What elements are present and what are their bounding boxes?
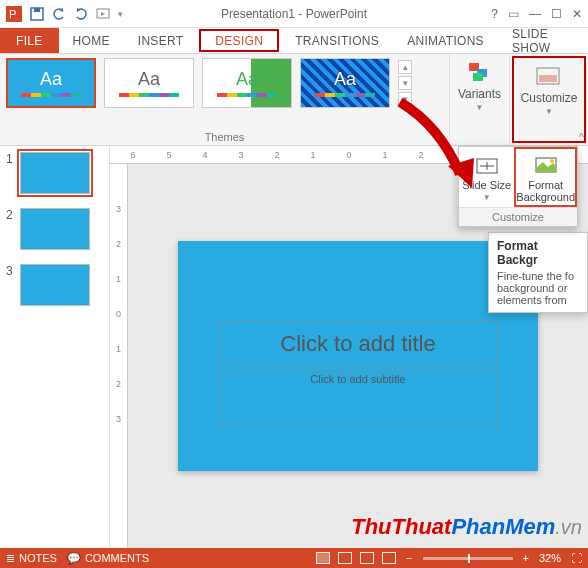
chevron-down-icon: ▼: [545, 107, 553, 116]
slide-number: 3: [6, 264, 16, 278]
tooltip-title: Format Backgr: [497, 239, 579, 267]
customize-icon: [535, 64, 563, 88]
svg-text:P: P: [9, 8, 16, 20]
theme-thumb-4[interactable]: Aa: [300, 58, 390, 108]
tab-slideshow[interactable]: SLIDE SHOW: [498, 28, 588, 53]
svg-rect-3: [34, 8, 40, 12]
tab-design[interactable]: DESIGN: [199, 29, 279, 52]
ribbon: Aa Aa Aa Aa ▴▾▾ Themes Variants ▼ Custom…: [0, 54, 588, 146]
slide-size-label: Slide Size: [462, 179, 511, 191]
save-icon[interactable]: [30, 7, 44, 21]
view-buttons: [316, 552, 396, 564]
reading-view-icon[interactable]: [360, 552, 374, 564]
variants-group[interactable]: Variants ▼: [450, 54, 510, 145]
variants-label: Variants: [458, 88, 501, 101]
close-icon[interactable]: ✕: [572, 7, 582, 21]
slide-thumb-row[interactable]: 1: [6, 152, 103, 194]
chevron-down-icon: ▼: [483, 193, 491, 202]
slide-thumbnail-3[interactable]: [20, 264, 90, 306]
quick-access-toolbar: P ▾: [0, 6, 129, 22]
theme-thumb-1[interactable]: Aa: [6, 58, 96, 108]
notes-button[interactable]: ≣ NOTES: [6, 552, 57, 565]
ribbon-display-icon[interactable]: ▭: [508, 7, 519, 21]
tab-transitions[interactable]: TRANSITIONS: [281, 28, 393, 53]
slide-number: 2: [6, 208, 16, 222]
theme-thumb-2[interactable]: Aa: [104, 58, 194, 108]
slide-thumb-row[interactable]: 3: [6, 264, 103, 306]
sorter-view-icon[interactable]: [338, 552, 352, 564]
svg-rect-7: [473, 73, 483, 81]
slide-thumb-row[interactable]: 2: [6, 208, 103, 250]
zoom-out-icon[interactable]: −: [406, 552, 412, 564]
customize-dropdown: Slide Size ▼ Format Background Customize: [458, 146, 578, 227]
dropdown-footer: Customize: [459, 207, 577, 226]
chevron-down-icon: ▼: [476, 103, 484, 112]
notes-icon: ≣: [6, 552, 15, 565]
start-from-beginning-icon[interactable]: [96, 7, 110, 21]
format-background-label: Format Background: [516, 179, 575, 203]
theme-thumb-3[interactable]: Aa: [202, 58, 292, 108]
slide-size-button[interactable]: Slide Size ▼: [459, 147, 514, 207]
themes-scroll[interactable]: ▴▾▾: [398, 60, 412, 106]
comments-button[interactable]: 💬 COMMENTS: [67, 552, 149, 565]
zoom-level[interactable]: 32%: [539, 552, 561, 564]
slideshow-view-icon[interactable]: [382, 552, 396, 564]
redo-icon[interactable]: [74, 7, 88, 21]
status-bar: ≣ NOTES 💬 COMMENTS − + 32% ⛶: [0, 548, 588, 568]
format-background-icon: [533, 153, 559, 179]
tab-animations[interactable]: ANIMATIONS: [393, 28, 498, 53]
slide-size-icon: [474, 153, 500, 179]
tab-insert[interactable]: INSERT: [124, 28, 198, 53]
qat-more-icon[interactable]: ▾: [118, 9, 123, 19]
themes-group-label: Themes: [6, 131, 443, 143]
customize-label: Customize: [521, 92, 578, 105]
collapse-ribbon-icon[interactable]: ^: [579, 131, 584, 143]
themes-group: Aa Aa Aa Aa ▴▾▾ Themes: [0, 54, 450, 145]
window-title: Presentation1 - PowerPoint: [221, 7, 367, 21]
svg-rect-9: [539, 75, 557, 82]
format-background-button[interactable]: Format Background: [514, 147, 577, 207]
comments-icon: 💬: [67, 552, 81, 565]
slide-panel: 1 2 3: [0, 146, 110, 548]
slide-thumbnail-2[interactable]: [20, 208, 90, 250]
ribbon-tabs: FILE HOME INSERT DESIGN TRANSITIONS ANIM…: [0, 28, 588, 54]
notes-label: NOTES: [19, 552, 57, 564]
zoom-slider[interactable]: [423, 557, 513, 560]
window-controls: ? ▭ — ☐ ✕: [491, 7, 588, 21]
variants-icon: [466, 60, 494, 84]
normal-view-icon[interactable]: [316, 552, 330, 564]
subtitle-placeholder[interactable]: Click to add subtitle: [218, 371, 498, 426]
format-background-tooltip: Format Backgr Fine-tune the fo backgroun…: [488, 232, 588, 313]
ruler-vertical: 3210123: [110, 164, 128, 548]
slide-number: 1: [6, 152, 16, 166]
comments-label: COMMENTS: [85, 552, 149, 564]
zoom-in-icon[interactable]: +: [523, 552, 529, 564]
slide-thumbnail-1[interactable]: [20, 152, 90, 194]
svg-point-12: [550, 159, 554, 163]
fit-to-window-icon[interactable]: ⛶: [571, 552, 582, 564]
tooltip-body: Fine-tune the fo background or elements …: [497, 270, 579, 306]
help-icon[interactable]: ?: [491, 7, 498, 21]
tab-file[interactable]: FILE: [0, 28, 59, 53]
tab-home[interactable]: HOME: [59, 28, 124, 53]
slide-canvas[interactable]: Click to add title Click to add subtitle: [178, 241, 538, 471]
maximize-icon[interactable]: ☐: [551, 7, 562, 21]
undo-icon[interactable]: [52, 7, 66, 21]
powerpoint-icon: P: [6, 6, 22, 22]
title-placeholder[interactable]: Click to add title: [218, 321, 498, 366]
minimize-icon[interactable]: —: [529, 7, 541, 21]
customize-button[interactable]: Customize ▼: [512, 56, 586, 143]
title-bar: P ▾ Presentation1 - PowerPoint ? ▭ — ☐ ✕: [0, 0, 588, 28]
